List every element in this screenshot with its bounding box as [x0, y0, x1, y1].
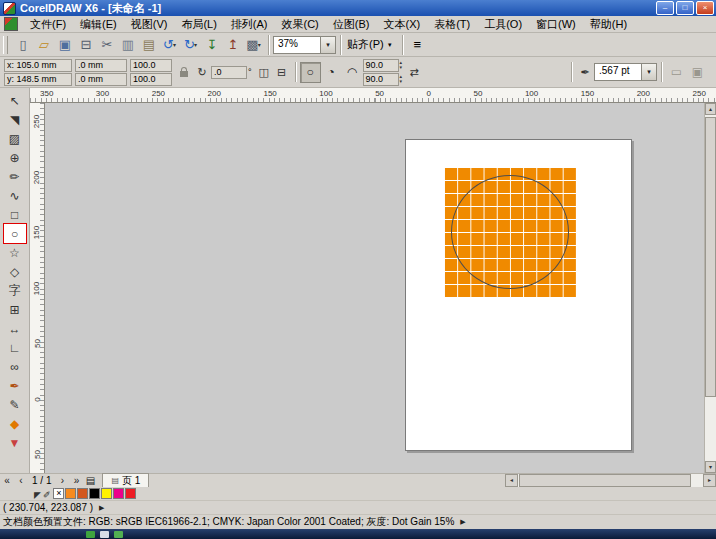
menu-item[interactable]: 帮助(H) [583, 16, 634, 33]
shape-tool[interactable]: ◥ [4, 110, 26, 129]
horizontal-scroll-thumb[interactable] [519, 474, 691, 487]
new-document-button[interactable]: ▯ [12, 35, 33, 55]
text-tool[interactable]: 字 [4, 281, 26, 300]
snap-to-dropdown[interactable]: 贴齐(P) ▾ [345, 37, 398, 52]
zoom-level-combo[interactable]: 37% ▾ [273, 36, 336, 54]
page-tab[interactable]: ▤ 页 1 [102, 473, 149, 487]
maximize-button[interactable]: □ [676, 1, 694, 15]
first-page-button[interactable]: « [0, 474, 14, 487]
freehand-tool[interactable]: ✏ [4, 167, 26, 186]
snap-dropdown-icon[interactable]: ▾ [384, 41, 396, 49]
zoom-tool[interactable]: ⊕ [4, 148, 26, 167]
change-direction-button[interactable]: ⇄ [405, 63, 423, 81]
convert-to-curves-button[interactable]: ▭ [666, 62, 687, 83]
redo-button[interactable]: ↻▾ [180, 35, 201, 55]
taskbar-app-3[interactable] [114, 531, 123, 538]
pie-mode-button[interactable]: ◔ [321, 62, 342, 83]
last-page-button[interactable]: » [69, 474, 83, 487]
pick-tool[interactable]: ↖ [4, 91, 26, 110]
vertical-scrollbar[interactable]: ▴ ▾ [704, 103, 716, 473]
copy-button[interactable]: ▥ [117, 35, 138, 55]
polygon-tool[interactable]: ☆ [4, 243, 26, 262]
table-tool[interactable]: ⊞ [4, 300, 26, 319]
black-swatch[interactable] [89, 488, 100, 499]
object-width-field[interactable]: .0 mm [75, 59, 127, 72]
crop-tool[interactable]: ▨ [4, 129, 26, 148]
menu-item[interactable]: 文件(F) [23, 16, 73, 33]
status-expander-icon[interactable]: ▶ [460, 518, 465, 526]
position-y-field[interactable]: y: 148.5 mm [4, 73, 72, 86]
status-expander-icon[interactable]: ▶ [99, 504, 104, 512]
horizontal-scrollbar[interactable]: ◂ ▸ [505, 474, 716, 487]
ellipse-mode-button[interactable]: ○ [300, 62, 321, 83]
menu-item[interactable]: 文本(X) [376, 16, 427, 33]
drawing-canvas[interactable] [45, 103, 704, 473]
outline-pen-tool[interactable]: ✎ [4, 395, 26, 414]
connector-tool[interactable]: ∟ [4, 338, 26, 357]
zoom-level-value[interactable]: 37% [274, 37, 320, 53]
outline-width-dropdown-icon[interactable]: ▾ [641, 64, 656, 80]
color-eyedropper-tool[interactable]: ✒ [4, 376, 26, 395]
no-color-swatch[interactable]: × [53, 488, 64, 499]
application-launcher-button[interactable]: ▩▾ [243, 35, 264, 55]
rectangle-tool[interactable]: □ [4, 205, 26, 224]
arc-start-angle-field[interactable]: 90.0 [363, 59, 399, 72]
menu-item[interactable]: 布局(L) [174, 16, 223, 33]
scale-h-field[interactable]: 100.0 [130, 59, 172, 72]
open-button[interactable]: ▱ [33, 35, 54, 55]
rotation-angle-field[interactable]: .0 [211, 66, 247, 79]
spin-down-icon[interactable]: ▾ [400, 65, 403, 70]
menu-item[interactable]: 效果(C) [275, 16, 326, 33]
save-button[interactable]: ▣ [54, 35, 75, 55]
vertical-scroll-thumb[interactable] [705, 117, 716, 397]
cut-button[interactable]: ✂ [96, 35, 117, 55]
document-page[interactable] [405, 139, 632, 451]
interactive-fill-tool[interactable]: ▼ [4, 433, 26, 452]
scroll-up-icon[interactable]: ▴ [705, 103, 716, 115]
ellipse-tool[interactable]: ○ [4, 224, 26, 243]
yellow-swatch[interactable] [101, 488, 112, 499]
red-swatch[interactable] [125, 488, 136, 499]
previous-page-button[interactable]: ‹ [14, 474, 28, 487]
scale-v-field[interactable]: 100.0 [130, 73, 172, 86]
smart-drawing-tool[interactable]: ∿ [4, 186, 26, 205]
menu-item[interactable]: 表格(T) [427, 16, 477, 33]
arc-end-spinner[interactable]: ▴▾ [400, 74, 403, 84]
scroll-left-icon[interactable]: ◂ [505, 474, 518, 487]
spin-down-icon[interactable]: ▾ [400, 79, 403, 84]
menu-item[interactable]: 视图(V) [124, 16, 175, 33]
palette-pick-icon[interactable]: ◤ [34, 490, 41, 500]
paste-button[interactable]: ▤ [138, 35, 159, 55]
palette-eyedropper-icon[interactable]: ✐ [43, 490, 51, 500]
toolbar-grip[interactable] [3, 36, 8, 54]
blend-tool[interactable]: ∞ [4, 357, 26, 376]
export-button[interactable]: ↥ [222, 35, 243, 55]
taskbar-app-1[interactable] [86, 531, 95, 538]
minimize-button[interactable]: – [656, 1, 674, 15]
arc-end-angle-field[interactable]: 90.0 [363, 73, 399, 86]
page-menu-icon[interactable]: ▤ [83, 474, 97, 487]
lock-ratio-button[interactable] [175, 63, 193, 81]
next-page-button[interactable]: › [55, 474, 69, 487]
arc-mode-button[interactable]: ◠ [342, 62, 363, 83]
zoom-dropdown-icon[interactable]: ▾ [320, 37, 335, 53]
object-height-field[interactable]: .0 mm [75, 73, 127, 86]
menu-item[interactable]: 排列(A) [224, 16, 275, 33]
object-properties-button[interactable]: ▣ [687, 62, 708, 83]
dimension-tool[interactable]: ↔ [4, 319, 26, 338]
mirror-vertical-button[interactable]: ⊟ [273, 63, 291, 81]
horizontal-ruler[interactable]: 35030025020015010050050100150200250 [30, 88, 716, 103]
orange-swatch[interactable] [65, 488, 76, 499]
print-button[interactable]: ⊟ [75, 35, 96, 55]
taskbar-app-2[interactable] [100, 531, 109, 538]
scroll-right-icon[interactable]: ▸ [703, 474, 716, 487]
position-x-field[interactable]: x: 105.0 mm [4, 59, 72, 72]
ellipse-object[interactable] [451, 175, 569, 289]
options-button[interactable]: ≡ [407, 35, 428, 55]
vertical-ruler[interactable]: 25020015010050050 [30, 103, 45, 473]
close-button[interactable]: × [696, 1, 714, 15]
undo-button[interactable]: ↺▾ [159, 35, 180, 55]
import-button[interactable]: ↧ [201, 35, 222, 55]
outline-width-combo[interactable]: .567 pt ▾ [594, 63, 657, 81]
arc-start-spinner[interactable]: ▴▾ [400, 60, 403, 70]
